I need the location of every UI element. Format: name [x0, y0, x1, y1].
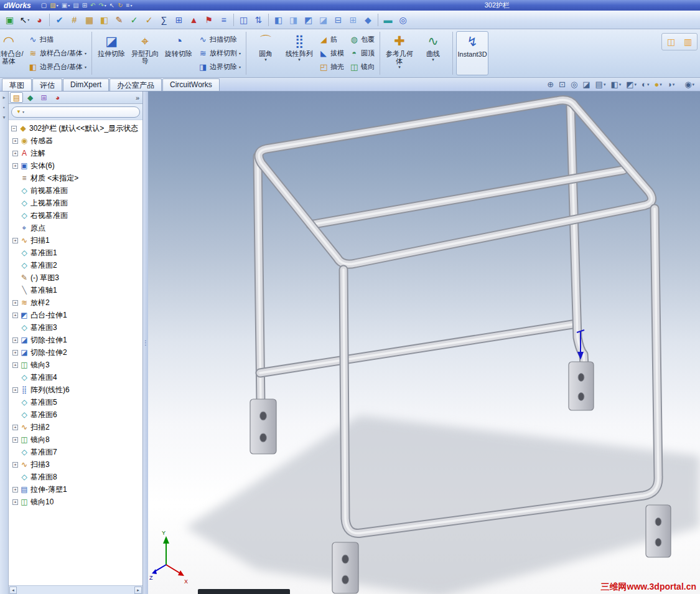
lofted-cut-button[interactable]: ≋放样切割▾ — [198, 47, 241, 59]
view-back-icon[interactable]: ◨ — [286, 12, 301, 27]
equations-icon[interactable]: ∑ — [157, 12, 171, 27]
tree-item-annotations[interactable]: +A注解 — [9, 147, 142, 159]
tab-草图[interactable]: 草图 — [2, 78, 32, 91]
extruded-cut-button[interactable]: ◪拉伸切除 — [95, 31, 128, 75]
tree-item-loft[interactable]: +≋放样2 — [9, 296, 142, 309]
tree-item-plane[interactable]: ◇基准面6 — [9, 408, 142, 421]
notes-icon[interactable]: ≡ — [217, 12, 231, 27]
spell-check-icon[interactable]: ✔ — [52, 12, 67, 27]
expander-icon[interactable]: + — [12, 337, 18, 343]
shell-button[interactable]: ◰抽壳 — [319, 61, 344, 73]
select-tool-icon[interactable]: ↖▾ — [17, 12, 32, 27]
tree-item-plane[interactable]: ◇基准面2 — [9, 259, 142, 271]
graphics-viewport[interactable]: Y X Z 三维网www.3dportal.cn — [148, 92, 700, 594]
grid-icon[interactable]: # — [67, 12, 82, 27]
display-style-icon[interactable]: ◩▾ — [626, 80, 637, 89]
options-icon[interactable]: ≡▾ — [125, 1, 134, 10]
tree-item-mirror[interactable]: +◫镜向8 — [9, 433, 142, 446]
view-orientation-icon[interactable]: ◧▾ — [610, 80, 621, 89]
curves-button[interactable]: ∿曲线▾ — [417, 31, 449, 75]
save-icon[interactable]: ▣▾ — [60, 1, 71, 10]
view-bottom-icon[interactable]: ⊞ — [346, 12, 360, 27]
expander-icon[interactable]: + — [12, 238, 18, 243]
tree-item-sketch[interactable]: ✎(-) 草图3 — [9, 271, 142, 284]
expander-icon[interactable]: − — [11, 126, 17, 131]
hide-show-items-icon[interactable]: ◐▾ — [642, 80, 649, 89]
tree-root-item[interactable]: − ◆ 302护栏 (默认<<默认>_显示状态 — [9, 122, 142, 134]
tree-item-plane[interactable]: ◇上视基准面 — [9, 197, 142, 209]
draft-button[interactable]: ◣拔模 — [319, 47, 344, 59]
check-orange-icon[interactable]: ✓ — [142, 12, 156, 27]
mass-properties-icon[interactable]: ◎ — [396, 12, 410, 27]
tab-评估[interactable]: 评估 — [32, 78, 62, 91]
featuremanager-tab-icon[interactable]: ▤ — [10, 92, 23, 103]
tree-item-origin[interactable]: ⌖原点 — [9, 222, 142, 234]
propertymanager-tab-icon[interactable]: ◆ — [24, 92, 37, 103]
pane-icon[interactable]: ▪ — [3, 105, 5, 110]
tree-item-sweep[interactable]: +∿扫描1 — [9, 234, 142, 247]
swap-view-icon[interactable]: ⇅ — [251, 12, 266, 27]
tree-item-plane[interactable]: ◇基准面8 — [9, 471, 142, 483]
zoom-previous-icon[interactable]: ◎ — [571, 80, 577, 89]
tree-item-mirror[interactable]: +◫镜向3 — [9, 359, 142, 371]
expander-icon[interactable]: + — [12, 487, 18, 493]
flag-icon[interactable]: ⚑ — [202, 12, 216, 27]
select-icon[interactable]: ↖ — [108, 1, 116, 10]
sketch-entity-icon[interactable]: ✎ — [112, 12, 126, 27]
panel-splitter[interactable]: ⋮ — [143, 92, 148, 594]
wrap-button[interactable]: ◍包覆 — [349, 34, 375, 45]
revolved-boss-base-button[interactable]: ◠旋转凸台/基体 — [0, 31, 25, 75]
collapse-icon[interactable]: ▾ — [2, 115, 5, 120]
expander-icon[interactable]: + — [12, 462, 18, 468]
swept-boss-base-button[interactable]: ∿扫描 — [28, 34, 86, 45]
appearance-icon[interactable]: ●▾ — [654, 80, 661, 89]
triad-icon[interactable]: ▲ — [187, 12, 201, 27]
rebuild-icon[interactable]: ↻ — [116, 1, 124, 10]
scene-icon[interactable]: ◑▾ — [667, 80, 674, 89]
pin-icon[interactable]: ▸ — [2, 95, 5, 100]
tree-item-cut-extrude[interactable]: +◪切除-拉伸2 — [9, 346, 142, 359]
measure-ruler-icon[interactable]: ▬ — [381, 12, 395, 27]
tree-item-sweep[interactable]: +∿扫描2 — [9, 421, 142, 433]
view-right-icon[interactable]: ◪ — [316, 12, 330, 27]
view-iso-icon[interactable]: ◆ — [361, 12, 375, 27]
tree-item-sweep[interactable]: +∿扫描3 — [9, 458, 142, 471]
reference-geometry-button[interactable]: ✚参考几何体▾ — [383, 31, 416, 75]
annotation-views-icon[interactable]: ▤▾ — [595, 80, 606, 89]
expander-icon[interactable]: + — [12, 425, 18, 430]
table-icon[interactable]: ▦ — [82, 12, 96, 27]
tree-item-linear-pattern[interactable]: +⣿阵列(线性)6 — [9, 384, 142, 396]
expander-icon[interactable]: + — [12, 362, 18, 368]
quick-settings-icon[interactable]: ◉▾ — [684, 80, 694, 89]
view-left-icon[interactable]: ◩ — [301, 12, 315, 27]
tree-item-solid-bodies-folder[interactable]: +▣实体(6) — [9, 159, 142, 172]
rib-button[interactable]: ◢筋 — [319, 34, 344, 45]
revolved-cut-button[interactable]: ◔旋转切除 — [162, 31, 195, 75]
pattern-grid-icon[interactable]: ⊞ — [172, 12, 186, 27]
expander-icon[interactable]: + — [12, 138, 18, 144]
task-pane-icon[interactable]: ◫ — [664, 34, 678, 49]
tab-DimXpert[interactable]: DimXpert — [63, 78, 109, 91]
tree-item-boss-extrude[interactable]: +◩凸台-拉伸1 — [9, 309, 142, 321]
instant3d-button[interactable]: ↯Instant3D — [456, 31, 488, 75]
expander-icon[interactable]: + — [12, 499, 18, 505]
scroll-left-arrow[interactable]: ◂ — [9, 587, 17, 594]
check-green-icon[interactable]: ✓ — [127, 12, 141, 27]
expander-icon[interactable]: + — [12, 300, 18, 306]
hole-wizard-button[interactable]: ⌖异型孔向导 — [129, 31, 161, 75]
view-top-icon[interactable]: ⊟ — [331, 12, 345, 27]
mirror-button[interactable]: ◫镜向 — [349, 61, 375, 73]
new-document-icon[interactable]: ▢ — [40, 1, 48, 10]
tree-item-sensors[interactable]: +◉传感器 — [9, 134, 142, 147]
tree-item-plane[interactable]: ◇基准面5 — [9, 396, 142, 408]
tree-item-cut-extrude[interactable]: +◪切除-拉伸1 — [9, 334, 142, 346]
tree-filter-input[interactable]: ▼ ▾ — [11, 106, 140, 118]
zoom-area-icon[interactable]: ⊡ — [559, 80, 566, 89]
undo-icon[interactable]: ↶ — [89, 1, 96, 10]
expander-icon[interactable]: + — [12, 163, 18, 169]
linear-pattern-button[interactable]: ⣿线性阵列▾ — [283, 31, 315, 75]
dimxpertmanager-tab-icon[interactable]: ◕ — [51, 92, 64, 103]
display-pane-icon[interactable]: ▥ — [681, 34, 695, 49]
copy-icon[interactable]: ⊞ — [81, 1, 88, 10]
zoom-fit-icon[interactable]: ⊕ — [547, 80, 554, 89]
